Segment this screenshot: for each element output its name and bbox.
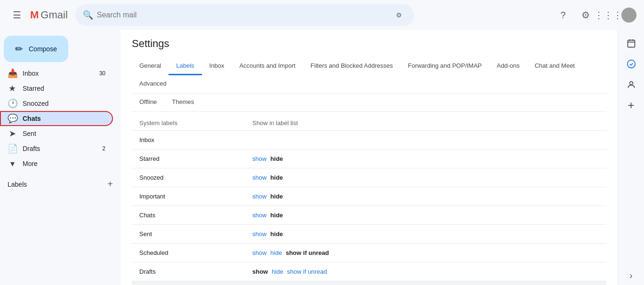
snoozed-icon: 🕐 (8, 98, 17, 109)
col-system-labels: System labels (139, 119, 252, 127)
search-filter-icon: ⚙ (396, 11, 402, 19)
more-icon: ▾ (8, 158, 17, 169)
inbox-count: 30 (99, 70, 105, 77)
row-actions-important: show hide (252, 193, 283, 200)
inbox-icon: 📥 (8, 68, 17, 79)
row-name-scheduled: Scheduled (139, 249, 252, 256)
tab-offline[interactable]: Offline (132, 94, 164, 111)
svg-point-5 (629, 81, 633, 85)
tab-chat[interactable]: Chat and Meet (527, 57, 582, 75)
show-link-scheduled[interactable]: show (252, 249, 266, 256)
show-link-chats[interactable]: show (252, 212, 266, 219)
hide-active-starred: hide (270, 155, 283, 162)
labels-title: Labels (8, 181, 27, 188)
row-name-snoozed: Snoozed (139, 174, 252, 181)
compose-label: Compose (29, 45, 57, 53)
hide-active-snoozed: hide (270, 174, 283, 181)
tab-labels[interactable]: Labels (169, 57, 201, 75)
sidebar-label-chats: Chats (23, 115, 105, 122)
search-options-button[interactable]: ⚙ (392, 8, 407, 23)
settings-tabs-row1: General Labels Inbox Accounts and Import… (132, 57, 606, 94)
hide-link-scheduled[interactable]: hide (270, 249, 282, 256)
hide-link-drafts[interactable]: hide (272, 268, 283, 275)
menu-button[interactable]: ☰ (8, 6, 26, 24)
gmail-text: Gmail (40, 9, 67, 21)
tab-themes[interactable]: Themes (164, 94, 201, 111)
tab-forwarding[interactable]: Forwarding and POP/IMAP (400, 57, 489, 75)
sidebar-item-chats[interactable]: 💬 Chats (0, 111, 113, 126)
calendar-side-button[interactable] (622, 34, 641, 53)
tasks-side-button[interactable] (622, 55, 641, 73)
sidebar-item-snoozed[interactable]: 🕐 Snoozed (0, 96, 113, 111)
compose-button[interactable]: ✏ Compose (4, 36, 68, 62)
avatar[interactable] (621, 8, 636, 23)
table-row: Sent show hide (132, 225, 606, 244)
settings-tabs-row2: Offline Themes (132, 94, 606, 112)
show-link-starred[interactable]: show (252, 155, 266, 162)
sidebar-label-sent: Sent (23, 130, 105, 137)
apps-button[interactable]: ⋮⋮⋮ (599, 6, 618, 24)
hide-active-sent: hide (270, 230, 283, 238)
row-actions-chats: show hide (252, 212, 283, 219)
drafts-icon: 📄 (8, 143, 17, 154)
row-name-chats: Chats (139, 212, 252, 219)
table-header: System labels Show in label list (132, 116, 606, 131)
table-row: Inbox (132, 131, 606, 150)
hide-active-important: hide (270, 193, 283, 200)
sent-icon: ➤ (8, 128, 17, 139)
search-bar[interactable]: 🔍 ⚙ (75, 4, 414, 26)
sidebar-item-drafts[interactable]: 📄 Drafts 2 (0, 141, 113, 156)
top-right-icons: ? ⚙ ⋮⋮⋮ (554, 6, 636, 24)
col-show-in-label: Show in label list (252, 119, 599, 127)
sidebar-item-starred[interactable]: ★ Starred (0, 81, 113, 96)
top-bar: ☰ M Gmail 🔍 ⚙ ? ⚙ ⋮⋮⋮ (0, 0, 644, 30)
tab-general[interactable]: General (132, 57, 169, 75)
sidebar-label-drafts: Drafts (23, 145, 97, 152)
show-link-snoozed[interactable]: show (252, 174, 266, 181)
show-active-drafts: show (252, 268, 268, 275)
sidebar-item-more[interactable]: ▾ More (0, 156, 113, 171)
tab-filters[interactable]: Filters and Blocked Addresses (303, 57, 401, 75)
tab-addons[interactable]: Add-ons (489, 57, 527, 75)
row-actions-starred: show hide (252, 155, 283, 162)
row-actions-scheduled: show hide show if unread (252, 249, 329, 256)
sidebar-item-sent[interactable]: ➤ Sent (0, 126, 113, 141)
row-name-important: Important (139, 193, 252, 200)
compose-icon: ✏ (15, 43, 23, 55)
table-row: All Mail show hide (132, 281, 606, 285)
sidebar-label-snoozed: Snoozed (23, 100, 105, 107)
settings-button[interactable]: ⚙ (576, 6, 595, 24)
starred-icon: ★ (8, 83, 17, 94)
tab-advanced[interactable]: Advanced (132, 75, 174, 93)
table-row: Starred show hide (132, 150, 606, 168)
search-input[interactable] (97, 11, 388, 19)
show-if-unread-link-drafts[interactable]: show if unread (287, 268, 327, 275)
hide-active-chats: hide (270, 212, 283, 219)
add-label-button[interactable]: + (107, 179, 113, 190)
search-icon: 🔍 (83, 10, 93, 20)
hamburger-icon: ☰ (13, 9, 21, 21)
row-name-starred: Starred (139, 155, 252, 162)
svg-rect-0 (628, 40, 635, 47)
side-icons: + › (618, 30, 644, 285)
tab-accounts[interactable]: Accounts and Import (232, 57, 303, 75)
tab-inbox[interactable]: Inbox (202, 57, 232, 75)
show-link-important[interactable]: show (252, 193, 266, 200)
svg-point-4 (627, 60, 635, 68)
expand-side-button[interactable]: › (622, 266, 641, 285)
people-side-button[interactable] (622, 75, 641, 94)
sidebar: ✏ Compose 📥 Inbox 30 ★ Starred 🕐 Snoozed… (0, 30, 121, 285)
sidebar-item-inbox[interactable]: 📥 Inbox 30 (0, 66, 113, 81)
row-actions-sent: show hide (252, 230, 283, 238)
gmail-logo: M Gmail (30, 9, 68, 21)
help-button[interactable]: ? (554, 6, 572, 24)
sidebar-label-inbox: Inbox (23, 70, 94, 77)
show-link-sent[interactable]: show (252, 230, 266, 238)
right-panel: Settings General Labels Inbox Accounts a… (121, 30, 618, 285)
table-row: Scheduled show hide show if unread (132, 244, 606, 262)
add-side-button[interactable]: + (622, 96, 641, 115)
sidebar-label-starred: Starred (23, 85, 105, 92)
row-actions-drafts: show hide show if unread (252, 268, 327, 275)
row-name-inbox: Inbox (139, 136, 252, 143)
chats-icon: 💬 (8, 113, 17, 124)
